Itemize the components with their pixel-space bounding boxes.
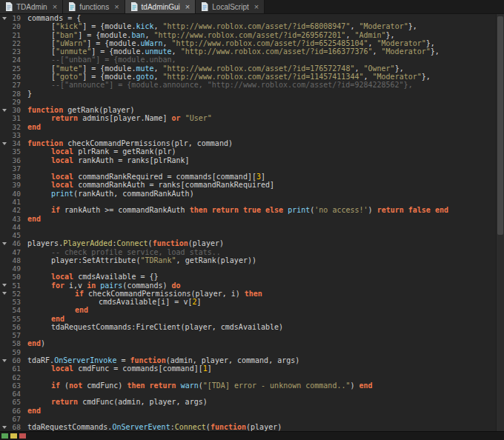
scrollbar-thumb[interactable] [497,16,503,235]
code-line[interactable]: 67 [0,415,504,423]
code-text[interactable]: } [27,90,32,98]
code-line[interactable]: 27 --["announce"] = {module.announce, "h… [0,81,504,89]
code-text[interactable]: local commandRankRequired = commands[com… [27,173,265,181]
code-line[interactable]: 49 [0,264,504,273]
code-line[interactable]: 31 return admins[player.Name] or "User" [0,114,504,122]
fold-arrow-icon[interactable] [0,109,8,112]
code-line[interactable]: 54 end [0,306,504,314]
code-line[interactable]: 41 [0,198,504,206]
code-line[interactable]: 58 end) [0,339,504,347]
editor-tab[interactable]: LocalScript × [196,0,265,13]
editor-tab[interactable]: TDAdmin × [0,0,63,13]
code-text[interactable]: -- check profile service, load stats.. [27,248,221,256]
code-line[interactable]: 37 [0,164,504,173]
code-line[interactable]: 19 commands = { [0,14,504,22]
code-text[interactable]: function getRank(player) [27,106,135,114]
code-text[interactable]: players.PlayerAdded:Connect(function(pla… [27,239,224,247]
code-line[interactable]: 51 for i,v in pairs(commands) do [0,281,504,290]
editor-tab[interactable]: functions × [63,0,125,13]
code-line[interactable]: 47 -- check profile service, load stats.… [0,247,504,256]
code-line[interactable]: 60 tdaRF.OnServerInvoke = function(admin… [0,356,504,364]
code-line[interactable]: 44 [0,223,504,231]
vertical-scrollbar[interactable] [496,14,504,432]
code-line[interactable]: 33 [0,131,504,139]
code-text[interactable]: player:SetAttribute("TDRank", getRank(pl… [27,256,256,264]
close-icon[interactable]: × [113,3,119,11]
code-text[interactable]: local cmdFunc = commands[command][1] [27,364,212,373]
code-line[interactable]: 26 ["goto"] = {module.goto, "http://www.… [0,73,504,81]
code-text[interactable]: ["unmute"] = {module.unmute, "http://www… [27,47,440,56]
code-text[interactable]: ["ban"] = {module.ban, "http://www.roblo… [27,31,395,39]
close-icon[interactable]: × [184,3,190,11]
code-line[interactable]: 30 function getRank(player) [0,106,504,114]
code-line[interactable]: 68 tdaRequestCommands.OnServerEvent:Conn… [0,423,504,431]
fold-arrow-icon[interactable] [0,292,8,295]
code-line[interactable]: 43 end [0,214,504,222]
code-line[interactable]: 39 local commandRankAuth = ranks[command… [0,181,504,189]
code-line[interactable]: 66 end [0,406,504,414]
code-text[interactable]: local plrRank = getRank(plr) [27,147,176,156]
code-text[interactable]: end [27,315,64,323]
code-line[interactable]: 57 [0,331,504,339]
code-text[interactable]: end [27,306,88,314]
close-icon[interactable]: × [51,3,57,11]
code-text[interactable]: if (not cmdFunc) then return warn("[TDA]… [27,381,373,390]
code-line[interactable]: 24 --["unban"] = {module.unban, [0,56,504,64]
code-text[interactable]: commands = { [27,14,81,22]
code-text[interactable]: ["uWarn"] = {module.uWarn, "http://www.r… [27,39,435,47]
code-line[interactable]: 21 ["ban"] = {module.ban, "http://www.ro… [0,31,504,39]
code-line[interactable]: 61 local cmdFunc = commands[command][1] [0,364,504,373]
code-line[interactable]: 28 } [0,89,504,97]
code-line[interactable]: 35 local plrRank = getRank(plr) [0,147,504,156]
code-text[interactable]: print(rankAuth, commandRankAuth) [27,190,194,198]
code-line[interactable]: 40 print(rankAuth, commandRankAuth) [0,190,504,198]
code-line[interactable]: 32 end [0,122,504,130]
code-text[interactable]: for i,v in pairs(commands) do [27,281,181,290]
code-text[interactable]: tdaRequestCommands:FireClient(player, cm… [27,323,283,331]
code-text[interactable]: ["kick"] = {module.kick, "http://www.rob… [27,22,417,30]
code-text[interactable]: local cmdsAvailable = {} [27,273,159,281]
code-line[interactable]: 42 if rankAuth >= commandRankAuth then r… [0,206,504,214]
code-text[interactable]: end [27,123,41,131]
code-line[interactable]: 48 player:SetAttribute("TDRank", getRank… [0,256,504,264]
code-editor[interactable]: 19 commands = { 20 ["kick"] = {module.ki… [0,14,504,432]
code-line[interactable]: 20 ["kick"] = {module.kick, "http://www.… [0,22,504,30]
code-line[interactable]: 29 [0,98,504,106]
code-line[interactable]: 22 ["uWarn"] = {module.uWarn, "http://ww… [0,39,504,47]
code-text[interactable]: --["announce"] = {module.announce, "http… [27,81,413,89]
fold-arrow-icon[interactable] [0,242,8,245]
code-text[interactable]: cmdsAvailable[i] = v[2] [27,298,202,306]
fold-arrow-icon[interactable] [0,359,8,362]
code-line[interactable]: 23 ["unmute"] = {module.unmute, "http://… [0,47,504,56]
code-line[interactable]: 53 cmdsAvailable[i] = v[2] [0,298,504,306]
editor-tab[interactable]: tdAdminGui × [125,0,196,13]
code-text[interactable]: ["mute"] = {module.mute, "http://www.rob… [27,64,404,73]
code-text[interactable]: --["unban"] = {module.unban, [27,56,176,64]
code-text[interactable]: if checkCommandPermissions(player, i) th… [27,290,262,298]
code-text[interactable]: end [27,215,41,223]
code-text[interactable]: return admins[player.Name] or "User" [27,114,212,122]
code-text[interactable]: local rankAuth = ranks[plrRank] [27,156,190,164]
code-text[interactable]: local commandRankAuth = ranks[commandRan… [27,181,274,189]
code-line[interactable]: 56 tdaRequestCommands:FireClient(player,… [0,323,504,331]
code-line[interactable]: 36 local rankAuth = ranks[plrRank] [0,156,504,164]
code-line[interactable]: 25 ["mute"] = {module.mute, "http://www.… [0,64,504,73]
code-line[interactable]: 46 players.PlayerAdded:Connect(function(… [0,239,504,247]
code-line[interactable]: 62 [0,373,504,381]
code-line[interactable]: 59 [0,348,504,356]
fold-arrow-icon[interactable] [0,284,8,287]
code-text[interactable]: tdaRF.OnServerInvoke = function(admin, p… [27,356,299,364]
fold-arrow-icon[interactable] [0,17,8,20]
code-text[interactable]: ["goto"] = {module.goto, "http://www.rob… [27,73,431,81]
code-line[interactable]: 38 local commandRankRequired = commands[… [0,173,504,181]
code-area[interactable]: 19 commands = { 20 ["kick"] = {module.ki… [0,14,504,431]
code-line[interactable]: 65 return cmdFunc(admin, player, args) [0,398,504,406]
code-text[interactable]: end [27,407,41,415]
code-line[interactable]: 63 if (not cmdFunc) then return warn("[T… [0,381,504,390]
code-text[interactable]: return cmdFunc(admin, player, args) [27,398,208,406]
code-text[interactable]: if rankAuth >= commandRankAuth then retu… [27,206,448,214]
code-line[interactable]: 64 [0,390,504,398]
fold-arrow-icon[interactable] [0,426,8,429]
code-line[interactable]: 55 end [0,315,504,323]
code-text[interactable]: function checkCommandPermissions(plr, co… [27,139,233,147]
